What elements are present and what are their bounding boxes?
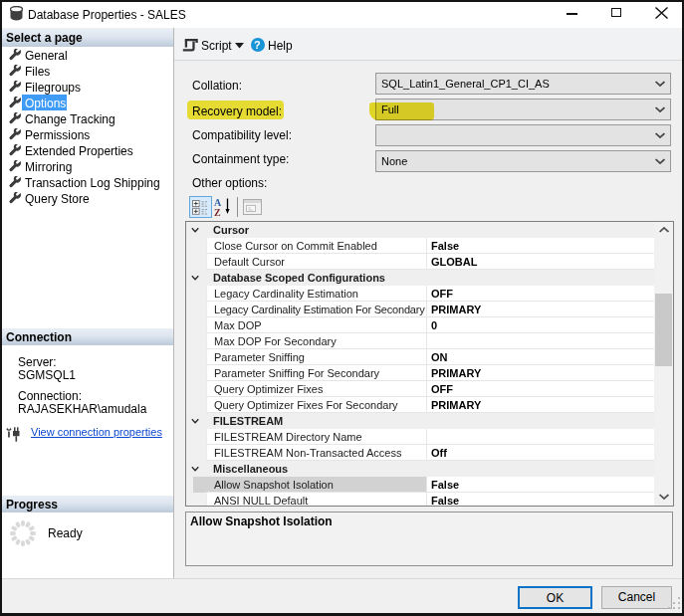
svg-text:Z: Z (214, 207, 221, 217)
